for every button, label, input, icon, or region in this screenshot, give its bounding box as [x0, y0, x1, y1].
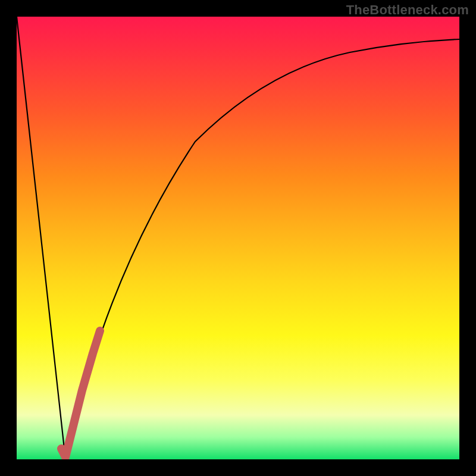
highlight-marker	[61, 331, 100, 457]
chart-frame: TheBottleneck.com	[0, 0, 476, 476]
watermark-text: TheBottleneck.com	[346, 2, 469, 18]
curve-layer	[17, 17, 459, 459]
plot-area	[17, 17, 459, 459]
